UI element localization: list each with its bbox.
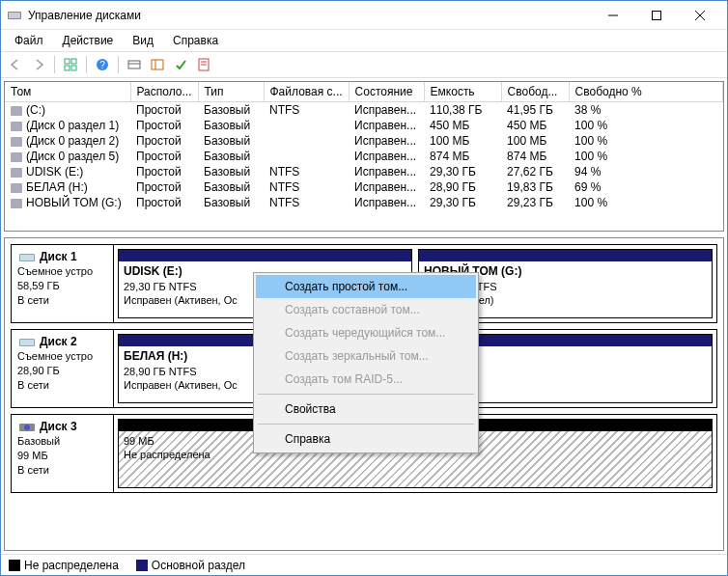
context-menu: Создать простой том...Создать составной …	[253, 272, 479, 453]
legend-bar: Не распределена Основной раздел	[1, 554, 727, 575]
menu-file[interactable]: Файл	[5, 31, 53, 50]
maximize-button[interactable]	[634, 1, 678, 29]
col-free[interactable]: Свобод...	[501, 82, 569, 102]
toolbar-separator	[54, 56, 55, 73]
table-row[interactable]: (Диск 0 раздел 5)ПростойБазовыйИсправен.…	[5, 149, 723, 164]
context-separator	[258, 394, 474, 395]
table-row[interactable]: БЕЛАЯ (H:)ПростойБазовыйNTFSИсправен...2…	[5, 179, 723, 195]
table-row[interactable]: UDISK (E:)ПростойБазовыйNTFSИсправен...2…	[5, 164, 723, 179]
disk-label: Диск 3Базовый99 МБВ сети	[12, 415, 114, 492]
menu-action[interactable]: Действие	[53, 31, 124, 50]
partition-header-bar	[419, 250, 712, 261]
context-menu-item: Создать зеркальный том...	[256, 344, 476, 368]
menu-view[interactable]: Вид	[123, 31, 163, 50]
disk-label: Диск 2Съемное устро28,90 ГБВ сети	[12, 330, 114, 407]
col-freepct[interactable]: Свободно %	[569, 82, 722, 102]
toolbar-separator	[118, 56, 119, 73]
volume-icon	[11, 168, 22, 178]
svg-rect-6	[65, 59, 70, 64]
table-row[interactable]: (Диск 0 раздел 2)ПростойБазовыйИсправен.…	[5, 133, 723, 149]
minimize-button[interactable]	[591, 1, 634, 29]
legend-unallocated: Не распределена	[9, 559, 119, 572]
svg-rect-8	[65, 66, 70, 70]
svg-rect-22	[20, 340, 34, 345]
col-fs[interactable]: Файловая с...	[264, 82, 349, 102]
properties-icon-button[interactable]	[193, 54, 214, 75]
grid-view-button[interactable]	[60, 54, 81, 75]
disk-graphic-pane: Диск 1Съемное устро58,59 ГБВ сети UDISK …	[4, 237, 724, 551]
help-button[interactable]: ?	[92, 54, 113, 75]
context-menu-item[interactable]: Справка	[256, 427, 476, 451]
action-icon-button[interactable]	[170, 54, 191, 75]
context-menu-item[interactable]: Создать простой том...	[256, 275, 476, 298]
volume-icon	[11, 183, 22, 193]
context-menu-item[interactable]: Свойства	[256, 398, 476, 421]
settings-icon-button[interactable]	[124, 54, 145, 75]
partition-header-bar	[119, 250, 411, 261]
volume-icon	[11, 199, 22, 208]
table-header-row: Том Располо... Тип Файловая с... Состоян…	[5, 82, 723, 102]
close-button[interactable]	[678, 1, 721, 29]
disk-icon	[17, 251, 37, 264]
volume-list-pane: Том Располо... Тип Файловая с... Состоян…	[4, 81, 724, 232]
context-menu-item: Создать составной том...	[256, 298, 476, 321]
titlebar: Управление дисками	[1, 1, 727, 30]
back-button[interactable]	[5, 54, 26, 75]
disk-label: Диск 1Съемное устро58,59 ГБВ сети	[12, 245, 114, 322]
context-menu-item: Создать чередующийся том...	[256, 321, 476, 344]
col-volume[interactable]: Том	[5, 82, 130, 102]
legend-primary: Основной раздел	[136, 559, 245, 572]
table-row[interactable]: (C:)ПростойБазовыйNTFSИсправен...110,38 …	[5, 102, 723, 119]
svg-rect-14	[152, 60, 163, 69]
col-type[interactable]: Тип	[198, 82, 264, 102]
list-icon-button[interactable]	[147, 54, 168, 75]
menu-help[interactable]: Справка	[163, 31, 228, 50]
volume-table: Том Располо... Тип Файловая с... Состоян…	[5, 82, 723, 210]
table-row[interactable]: (Диск 0 раздел 1)ПростойБазовыйИсправен.…	[5, 118, 723, 133]
svg-text:?: ?	[99, 60, 105, 70]
toolbar: ?	[1, 51, 727, 78]
app-icon	[7, 8, 22, 23]
forward-button[interactable]	[28, 54, 49, 75]
disk-icon	[17, 421, 37, 434]
col-cap[interactable]: Емкость	[424, 82, 501, 102]
table-row[interactable]: НОВЫЙ ТОМ (G:)ПростойБазовыйNTFSИсправен…	[5, 195, 723, 210]
content-area: Том Располо... Тип Файловая с... Состоян…	[1, 78, 727, 554]
window-title: Управление дисками	[28, 9, 591, 22]
col-status[interactable]: Состояние	[349, 82, 424, 102]
context-menu-item: Создать том RAID-5...	[256, 368, 476, 391]
svg-rect-3	[652, 11, 660, 19]
svg-rect-9	[71, 66, 76, 70]
svg-rect-20	[20, 255, 34, 261]
menubar: Файл Действие Вид Справка	[1, 30, 727, 51]
svg-rect-7	[71, 59, 76, 64]
context-separator	[258, 424, 474, 425]
svg-rect-12	[128, 61, 140, 69]
volume-icon	[11, 137, 22, 147]
volume-icon	[11, 122, 22, 131]
svg-rect-1	[9, 13, 20, 18]
col-layout[interactable]: Располо...	[130, 82, 198, 102]
svg-point-24	[24, 425, 30, 430]
toolbar-separator	[86, 56, 87, 73]
disk-icon	[17, 336, 37, 349]
volume-icon	[11, 152, 22, 162]
volume-icon	[11, 106, 22, 116]
